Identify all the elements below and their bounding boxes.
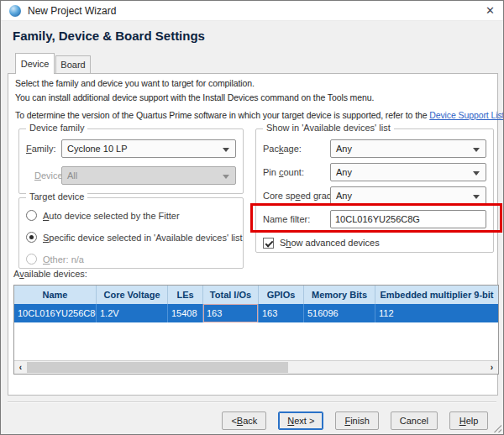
- quartus-logo-icon: [9, 5, 21, 17]
- horizontal-scrollbar: ‹ ›: [14, 360, 498, 374]
- family-select-value: Cyclone 10 LP: [67, 144, 128, 154]
- checkbox-checked-icon: [263, 238, 274, 249]
- pin-count-select-value: Any: [336, 167, 352, 177]
- tab-board-label: Board: [60, 60, 85, 70]
- table-empty-area: [14, 322, 498, 360]
- cell-les: 15408: [168, 304, 203, 322]
- cell-embedded-multiplier: 112: [375, 304, 498, 322]
- intro-line-3: To determine the version of the Quartus …: [15, 110, 504, 120]
- cell-core-voltage: 1.2V: [97, 304, 168, 322]
- show-filters-group-title: Show in 'Available devices' list: [263, 123, 394, 133]
- pin-count-label: Pin count:: [263, 167, 330, 177]
- close-icon[interactable]: ✕: [486, 5, 495, 16]
- column-header-embedded-multiplier[interactable]: Embedded multiplier 9-bit: [375, 286, 498, 304]
- cell-gpios: 163: [259, 304, 304, 322]
- target-device-group: Target device Auto device selected by th…: [18, 197, 244, 269]
- family-label: Family:: [26, 144, 61, 154]
- column-header-core-voltage[interactable]: Core Voltage: [97, 286, 168, 304]
- page-title: Family, Device & Board Settings: [13, 29, 205, 43]
- titlebar: New Project Wizard ✕: [1, 1, 503, 21]
- radio-auto-device-label: Auto device selected by the Fitter: [43, 211, 180, 221]
- table-row-selected[interactable]: 10CL016YU256C8G 1.2V 15408 163 163 51609…: [14, 304, 498, 322]
- dropdown-arrow-icon: [473, 171, 480, 176]
- device-select-value: All: [67, 170, 77, 181]
- intro-line-1: Select the family and device you want to…: [15, 78, 255, 88]
- dropdown-arrow-icon: [473, 195, 480, 199]
- core-speed-grade-row: Core speed grade: Any: [263, 186, 486, 205]
- available-devices-table: Name Core Voltage LEs Total I/Os GPIOs M…: [13, 285, 499, 375]
- finish-button[interactable]: Finish: [335, 411, 378, 430]
- dropdown-arrow-icon: [473, 148, 480, 152]
- cell-memory-bits: 516096: [304, 304, 375, 322]
- column-header-memory-bits[interactable]: Memory Bits: [304, 286, 375, 304]
- dropdown-arrow-icon: [223, 175, 229, 179]
- back-button[interactable]: < Back: [222, 411, 266, 430]
- package-row: Package: Any: [263, 139, 486, 158]
- pin-count-row: Pin count: Any: [263, 163, 486, 181]
- available-devices-label: Available devices:: [13, 269, 87, 279]
- scrollbar-track[interactable]: [27, 361, 486, 374]
- next-button[interactable]: Next >: [278, 411, 323, 430]
- target-device-group-title: Target device: [26, 191, 87, 202]
- package-select[interactable]: Any: [330, 139, 486, 158]
- footer-separator: [8, 401, 496, 403]
- intro-line-2: You can install additional device suppor…: [15, 92, 374, 102]
- column-header-les[interactable]: LEs: [168, 286, 203, 304]
- footer-buttons: < Back Next > Finish Cancel Help: [222, 411, 488, 430]
- package-select-value: Any: [336, 144, 352, 154]
- core-speed-grade-select[interactable]: Any: [330, 186, 486, 205]
- core-speed-grade-select-value: Any: [336, 191, 352, 201]
- resize-grip[interactable]: [492, 423, 501, 432]
- tab-board[interactable]: Board: [55, 55, 91, 73]
- show-advanced-row[interactable]: Show advanced devices: [263, 236, 486, 249]
- scroll-right-icon[interactable]: ›: [486, 361, 498, 374]
- cell-name: 10CL016YU256C8G: [14, 304, 97, 322]
- tab-device-label: Device: [21, 59, 50, 69]
- name-filter-input[interactable]: [330, 210, 486, 228]
- package-label: Package:: [263, 144, 330, 154]
- device-label: Device:: [34, 170, 61, 181]
- radio-auto-device[interactable]: Auto device selected by the Fitter: [26, 208, 236, 223]
- tab-device[interactable]: Device: [15, 53, 55, 74]
- column-header-name[interactable]: Name: [14, 286, 97, 304]
- device-tab-panel: Select the family and device you want to…: [8, 73, 498, 396]
- radio-button-selected-icon: [26, 232, 37, 243]
- column-header-total-ios[interactable]: Total I/Os: [203, 286, 259, 304]
- device-select: All: [61, 166, 236, 185]
- cancel-button[interactable]: Cancel: [391, 411, 438, 430]
- scroll-left-icon[interactable]: ‹: [14, 361, 27, 374]
- device-family-group: Device family Family: Cyclone 10 LP Devi…: [18, 128, 244, 194]
- show-filters-group: Show in 'Available devices' list Package…: [255, 128, 494, 253]
- radio-button-disabled-icon: [26, 254, 37, 265]
- show-advanced-label: Show advanced devices: [280, 238, 380, 248]
- intro-line-3-pre: To determine the version of the Quartus …: [15, 110, 429, 120]
- cell-total-ios: 163: [203, 304, 259, 322]
- device-family-group-title: Device family: [26, 123, 87, 133]
- family-row: Family: Cyclone 10 LP: [26, 139, 236, 158]
- column-header-gpios[interactable]: GPIOs: [259, 286, 304, 304]
- dropdown-arrow-icon: [223, 148, 229, 152]
- radio-button-icon: [26, 210, 37, 221]
- core-speed-grade-label: Core speed grade:: [263, 191, 330, 201]
- family-select[interactable]: Cyclone 10 LP: [61, 139, 236, 158]
- new-project-wizard-dialog: New Project Wizard ✕ Family, Device & Bo…: [0, 0, 504, 435]
- table-header-row: Name Core Voltage LEs Total I/Os GPIOs M…: [14, 286, 498, 304]
- pin-count-select[interactable]: Any: [330, 163, 486, 181]
- device-support-list-link[interactable]: Device Support List: [429, 110, 504, 120]
- name-filter-label: Name filter:: [263, 214, 330, 224]
- radio-other: Other: n/a: [26, 252, 236, 266]
- help-button[interactable]: Help: [449, 411, 488, 430]
- scrollbar-thumb[interactable]: [27, 362, 288, 373]
- device-row: Device: All: [34, 166, 236, 185]
- window-title: New Project Wizard: [28, 5, 116, 17]
- name-filter-row: Name filter:: [263, 210, 486, 228]
- radio-other-label: Other: n/a: [43, 254, 84, 265]
- radio-specific-device-label: Specific device selected in 'Available d…: [43, 233, 243, 243]
- radio-specific-device[interactable]: Specific device selected in 'Available d…: [26, 230, 236, 244]
